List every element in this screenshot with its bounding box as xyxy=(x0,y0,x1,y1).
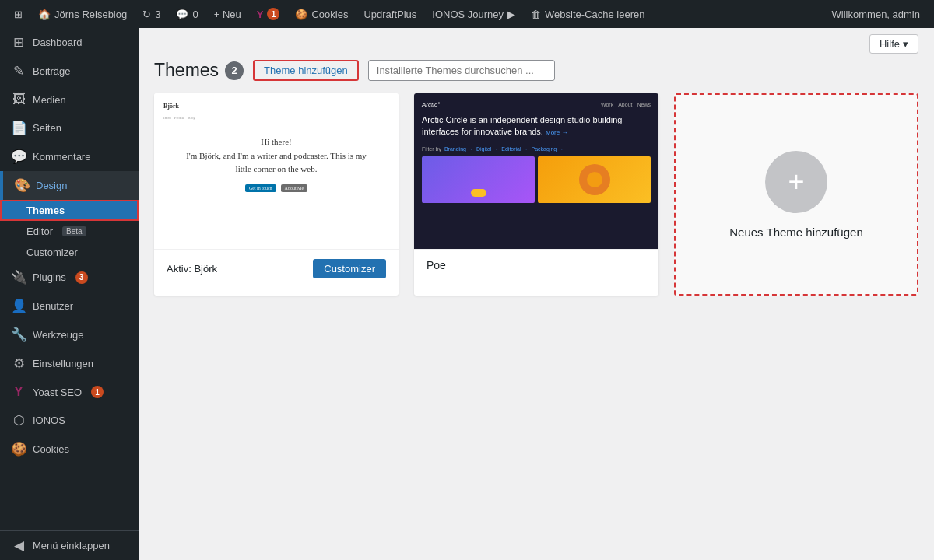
active-label: Aktiv: Björk xyxy=(167,263,217,275)
sidebar-item-comments[interactable]: 💬 Kommentare xyxy=(0,142,139,171)
add-new-theme-card[interactable]: + Neues Theme hinzufügen xyxy=(674,93,918,296)
sidebar-collapse-button[interactable]: ◀ Menü einklappen xyxy=(0,531,139,560)
help-bar: Hilfe ▾ xyxy=(139,28,934,60)
plus-icon: + xyxy=(788,166,804,198)
adminbar-site-name[interactable]: 🏠 Jörns Reiseblog xyxy=(30,0,135,28)
sidebar-item-settings[interactable]: ⚙ Einstellungen xyxy=(0,349,139,378)
sidebar-item-yoast[interactable]: Y Yoast SEO 1 xyxy=(0,378,139,406)
theme-screenshot-poe: Arctic° Work About News Arctic Circle is… xyxy=(414,93,658,249)
ionos-icon: ⬡ xyxy=(11,412,26,429)
cookies-icon: 🍪 xyxy=(295,9,307,20)
sidebar-item-pages[interactable]: 📄 Seiten xyxy=(0,114,139,142)
tools-icon: 🔧 xyxy=(11,327,26,343)
adminbar-admin[interactable]: Willkommen, admin xyxy=(824,0,928,28)
sidebar-item-tools[interactable]: 🔧 Werkzeuge xyxy=(0,320,139,349)
themes-header: Themes 2 Theme hinzufügen xyxy=(154,60,918,81)
plugins-icon: 🔌 xyxy=(11,269,26,285)
page-title: Themes 2 xyxy=(154,60,244,81)
sidebar-item-customizer[interactable]: Customizer xyxy=(0,242,139,263)
theme-card-poe[interactable]: Arctic° Work About News Arctic Circle is… xyxy=(414,93,658,296)
wp-icon: ⊞ xyxy=(14,9,23,20)
sidebar-item-plugins[interactable]: 🔌 Plugins 3 xyxy=(0,263,139,292)
themes-grid: Björk Intro Profile Blog Hi there! I'm B… xyxy=(154,93,918,296)
theme-screenshot-bjork: Björk Intro Profile Blog Hi there! I'm B… xyxy=(154,93,399,249)
adminbar-new[interactable]: + Neu xyxy=(206,0,249,28)
dashboard-icon: ⊞ xyxy=(11,34,26,51)
sidebar-item-posts[interactable]: ✎ Beiträge xyxy=(0,57,139,86)
page-content: Themes 2 Theme hinzufügen Björk In xyxy=(139,60,934,560)
yoast-icon: Y xyxy=(257,9,264,20)
adminbar-cookies[interactable]: 🍪 Cookies xyxy=(287,0,356,28)
yoast-icon: Y xyxy=(11,384,26,400)
settings-icon: ⚙ xyxy=(11,355,26,372)
posts-icon: ✎ xyxy=(11,63,26,79)
help-button[interactable]: Hilfe ▾ xyxy=(869,34,918,54)
adminbar-yoast[interactable]: Y 1 xyxy=(249,0,288,28)
customizer-button[interactable]: Customizer xyxy=(313,259,386,278)
design-icon: 🎨 xyxy=(14,177,30,194)
sidebar-item-users[interactable]: 👤 Benutzer xyxy=(0,292,139,320)
sidebar-item-editor[interactable]: Editor Beta xyxy=(0,221,139,242)
cookies-icon: 🍪 xyxy=(11,441,26,457)
theme-name-poe: Poe xyxy=(427,259,446,271)
adminbar-cache[interactable]: 🗑 Website-Cache leeren xyxy=(523,0,652,28)
sidebar: ⊞ Dashboard ✎ Beiträge 🖼 Medien 📄 Seiten… xyxy=(0,28,139,560)
adminbar-updates[interactable]: ↻ 3 xyxy=(135,0,168,28)
add-theme-label: Neues Theme hinzufügen xyxy=(729,226,863,239)
sidebar-item-media[interactable]: 🖼 Medien xyxy=(0,86,139,114)
sidebar-item-cookies[interactable]: 🍪 Cookies xyxy=(0,435,139,464)
comments-icon: 💬 xyxy=(176,9,188,20)
adminbar-comments[interactable]: 💬 0 xyxy=(168,0,205,28)
updates-icon: ↻ xyxy=(142,9,151,20)
sidebar-item-ionos[interactable]: ⬡ IONOS xyxy=(0,406,139,435)
search-themes-input[interactable] xyxy=(368,60,555,81)
sidebar-item-design[interactable]: 🎨 Design xyxy=(0,171,139,200)
sidebar-item-themes[interactable]: Themes xyxy=(0,200,139,221)
main-content: Hilfe ▾ Themes 2 Theme hinzufügen xyxy=(139,28,934,560)
theme-info-bjork: Aktiv: Björk Customizer xyxy=(154,249,399,288)
comments-icon: 💬 xyxy=(11,149,26,165)
adminbar-wp-logo[interactable]: ⊞ xyxy=(6,0,30,28)
play-icon: ▶ xyxy=(507,9,515,20)
sidebar-item-dashboard[interactable]: ⊞ Dashboard xyxy=(0,28,139,57)
add-theme-icon-circle: + xyxy=(765,151,827,213)
add-theme-button[interactable]: Theme hinzufügen xyxy=(253,60,359,81)
media-icon: 🖼 xyxy=(11,92,26,107)
trash-icon: 🗑 xyxy=(531,9,541,20)
collapse-icon: ◀ xyxy=(11,537,26,554)
pages-icon: 📄 xyxy=(11,120,26,136)
site-home-icon: 🏠 xyxy=(38,9,51,20)
admin-bar: ⊞ 🏠 Jörns Reiseblog ↻ 3 💬 0 + Neu Y 1 🍪 … xyxy=(0,0,934,28)
adminbar-updraftplus[interactable]: UpdraftPlus xyxy=(356,0,424,28)
theme-info-poe: Poe xyxy=(414,249,658,281)
chevron-down-icon: ▾ xyxy=(903,38,908,50)
users-icon: 👤 xyxy=(11,298,26,314)
theme-card-bjork[interactable]: Björk Intro Profile Blog Hi there! I'm B… xyxy=(154,93,399,296)
adminbar-ionos[interactable]: IONOS Journey ▶ xyxy=(424,0,523,28)
